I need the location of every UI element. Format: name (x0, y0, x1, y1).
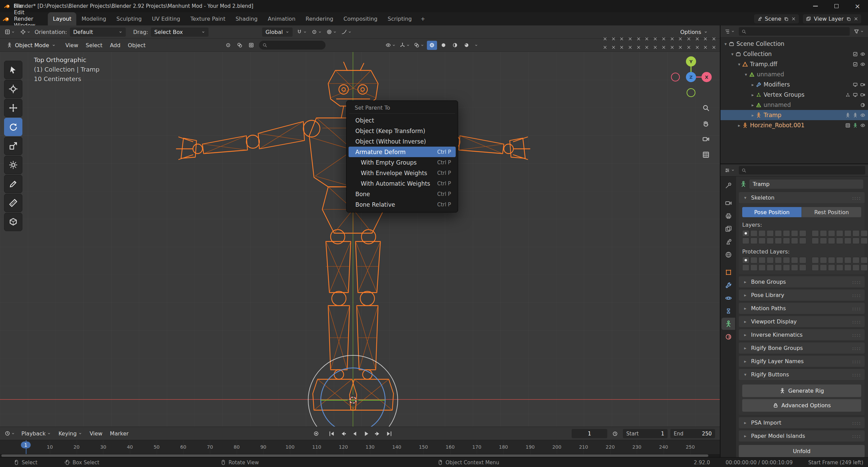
layer-toggle[interactable] (836, 238, 843, 244)
outliner-search-input[interactable] (739, 27, 850, 36)
menu-item-object-keep-transform[interactable]: Object (Keep Transform) (349, 126, 456, 136)
workspace-tab-scripting[interactable]: Scripting (382, 12, 417, 25)
layer-toggle[interactable] (844, 238, 851, 244)
layer-toggle[interactable] (742, 238, 749, 244)
layer-toggle[interactable] (836, 257, 843, 263)
checkbox-icon[interactable] (853, 62, 858, 67)
timeline-scrollbar[interactable] (0, 454, 720, 457)
unknown-toggle-icon[interactable] (617, 43, 626, 52)
panel-header-rigify-layer-names[interactable]: Rigify Layer Names (739, 356, 865, 367)
layer-toggle[interactable] (861, 238, 868, 244)
layer-toggle[interactable] (783, 257, 790, 263)
outliner-filter-button[interactable] (852, 29, 865, 34)
add-workspace-button[interactable]: + (417, 12, 429, 25)
layer-toggle[interactable] (861, 257, 868, 263)
unknown-toggle-icon[interactable] (676, 43, 685, 52)
armature-green-icon[interactable] (853, 123, 858, 128)
properties-tab-render[interactable] (722, 197, 735, 209)
layer-toggle[interactable] (799, 264, 806, 271)
unknown-toggle-icon[interactable] (626, 35, 634, 43)
unfold-button[interactable]: Unfold (739, 445, 865, 457)
viewport-menu-view[interactable]: View (62, 42, 82, 49)
expander-icon[interactable] (736, 123, 742, 128)
annotate-tool[interactable] (4, 175, 22, 193)
workspace-tab-compositing[interactable]: Compositing (338, 12, 382, 25)
snap-target-icon[interactable] (223, 41, 233, 50)
menu-item-with-empty-groups[interactable]: With Empty GroupsCtrl P (349, 157, 456, 168)
menu-item-bone-relative[interactable]: Bone RelativeCtrl P (349, 199, 456, 210)
properties-tab-output[interactable] (722, 210, 735, 222)
unknown-toggle-icon[interactable] (609, 35, 618, 43)
properties-tab-object-data[interactable] (722, 318, 735, 330)
layer-toggle[interactable] (783, 230, 790, 237)
workspace-tab-shading[interactable]: Shading (231, 12, 263, 25)
layer-toggle[interactable] (742, 230, 749, 237)
layer-toggle[interactable] (799, 257, 806, 263)
expander-icon[interactable] (750, 82, 756, 87)
xray-icon[interactable] (246, 41, 256, 50)
3d-viewport[interactable]: Y X Z Top Orthographic(1) Collection | T… (0, 52, 720, 427)
scene-selector[interactable]: Scene (754, 14, 799, 23)
layer-toggle[interactable] (775, 264, 782, 271)
panel-header-psa-import[interactable]: PSA Import (739, 417, 865, 428)
unknown-toggle-icon[interactable] (710, 35, 718, 43)
outliner-row-vertex-groups[interactable]: Vertex Groups (721, 90, 868, 100)
snap-target-toggle[interactable] (310, 29, 323, 35)
unknown-toggle-icon[interactable] (651, 43, 659, 52)
data-name-field[interactable]: Tramp (749, 180, 863, 189)
timeline-ruler[interactable]: 1 10203040506070809010011012013014015016… (0, 440, 720, 454)
navigation-gizmo[interactable]: Y X Z (668, 54, 714, 100)
close-button[interactable]: × (847, 0, 868, 12)
mode-dropdown[interactable]: Object Mode (3, 41, 59, 50)
layer-toggle[interactable] (775, 238, 782, 244)
vertex-group-icon[interactable] (845, 92, 850, 97)
layer-toggle[interactable] (791, 264, 798, 271)
unknown-toggle-icon[interactable] (634, 35, 643, 43)
jump-first-button[interactable] (327, 429, 337, 438)
viewport-menu-select[interactable]: Select (82, 42, 106, 49)
drag-grip-icon[interactable] (852, 279, 861, 285)
move-tool[interactable] (4, 99, 22, 117)
workspace-tab-rendering[interactable]: Rendering (300, 12, 338, 25)
toggle-ortho-button[interactable] (700, 149, 712, 161)
drag-grip-icon[interactable] (852, 359, 861, 364)
drag-grip-icon[interactable] (852, 372, 861, 377)
unknown-toggle-icon[interactable] (668, 43, 676, 52)
drag-grip-icon[interactable] (852, 433, 861, 439)
generate-rig-button[interactable]: Generate Rig (742, 385, 861, 397)
play-reverse-button[interactable] (350, 429, 360, 438)
expander-icon[interactable] (750, 102, 756, 108)
unknown-toggle-icon[interactable] (617, 35, 626, 43)
layer-toggle[interactable] (783, 238, 790, 244)
current-frame-badge[interactable]: 1 (21, 442, 31, 448)
outliner-row-tramp[interactable]: Tramp (721, 110, 868, 120)
drag-grip-icon[interactable] (852, 293, 861, 298)
outliner-row-unnamed[interactable]: unnamed (721, 69, 868, 79)
layer-toggle[interactable] (812, 238, 819, 244)
maximize-button[interactable] (826, 0, 847, 12)
layer-toggle[interactable] (820, 238, 827, 244)
sphere-solid-icon[interactable] (438, 41, 449, 50)
outliner-row-tramp-dff[interactable]: Tramp.dff (721, 59, 868, 69)
transform-tool[interactable] (4, 156, 22, 174)
properties-editor-type-button[interactable] (723, 168, 736, 173)
timeline-menu-playback[interactable]: Playback (18, 430, 55, 437)
tweak-tool[interactable] (4, 61, 22, 79)
sphere-render-icon[interactable] (461, 41, 472, 50)
menu-item-armature-deform[interactable]: Armature DeformCtrl P (349, 147, 456, 157)
workspace-tab-layout[interactable]: Layout (48, 12, 76, 25)
shading-dropdown[interactable] (473, 43, 479, 47)
timeline-menu-keying[interactable]: Keying (55, 430, 86, 437)
layer-toggle[interactable] (852, 257, 860, 263)
measure-tool[interactable] (4, 194, 22, 212)
current-frame-field[interactable]: 1 (572, 429, 607, 438)
auto-keying-button[interactable] (311, 429, 321, 438)
layer-toggle[interactable] (750, 264, 757, 271)
expander-icon[interactable] (750, 92, 756, 97)
screen-icon[interactable] (853, 92, 858, 97)
pan-button[interactable] (700, 118, 712, 129)
properties-search-input[interactable] (739, 166, 865, 174)
workspace-tab-sculpting[interactable]: Sculpting (111, 12, 147, 25)
layer-toggle[interactable] (844, 264, 851, 271)
layer-toggle[interactable] (844, 257, 851, 263)
